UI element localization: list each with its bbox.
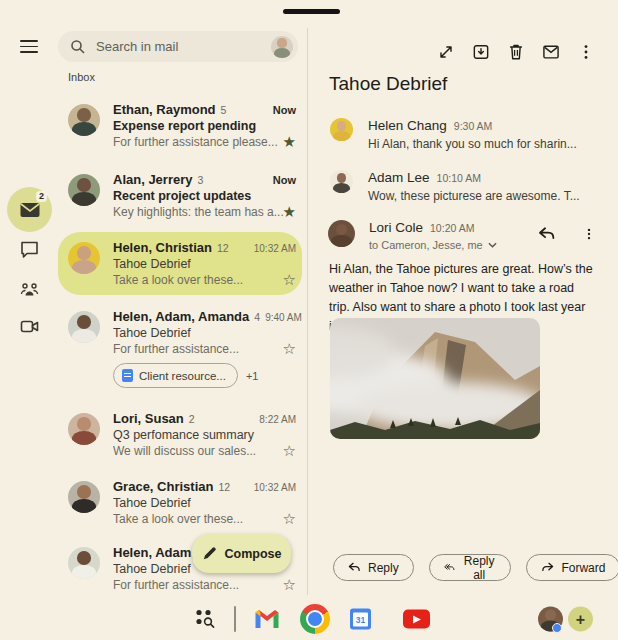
menu-bar: [20, 40, 38, 42]
more-options-icon[interactable]: [576, 42, 596, 62]
reply-all-button[interactable]: Reply all: [429, 554, 512, 581]
chat-icon[interactable]: [20, 240, 39, 259]
star-button[interactable]: ★: [283, 135, 296, 149]
window-drag-handle[interactable]: [283, 9, 340, 14]
gmail-two-pane-app: 2 Search in mail Inbox Ethan, Raymond5No…: [0, 0, 618, 640]
compose-button[interactable]: Compose: [192, 534, 291, 573]
attachment-more-count: +1: [246, 370, 259, 382]
spaces-icon[interactable]: [20, 280, 39, 299]
email-senders: Grace, Christian: [113, 479, 213, 494]
email-snippet: Take a look over these...: [113, 512, 243, 526]
sender-avatar: [328, 220, 355, 247]
email-time: Now: [273, 174, 296, 186]
recipients-text: to Cameron, Jesse, me: [369, 239, 483, 251]
email-time: 10:32 AM: [254, 243, 296, 254]
compose-label: Compose: [225, 547, 282, 561]
search-icon: [70, 39, 86, 55]
chrome-app-icon[interactable]: [300, 604, 330, 634]
search-bar[interactable]: Search in mail: [58, 31, 298, 62]
email-count: 5: [221, 104, 227, 116]
message-time: 9:30 AM: [454, 120, 493, 132]
email-subject: Tahoe Debrief: [113, 326, 296, 340]
reply-icon[interactable]: [538, 227, 556, 241]
email-subject: Q3 perfomance summary: [113, 428, 296, 442]
pane-divider: [307, 28, 308, 595]
sender-avatar: [330, 170, 353, 193]
star-button[interactable]: ☆: [283, 342, 296, 356]
sender-avatar: [68, 174, 100, 206]
reply-icon: [348, 562, 361, 573]
app-search-icon[interactable]: [194, 608, 217, 631]
sender-avatar: [68, 104, 100, 136]
email-count: 12: [217, 242, 229, 254]
reply-button[interactable]: Reply: [333, 554, 414, 581]
youtube-app-icon[interactable]: [403, 610, 430, 629]
delete-icon[interactable]: [506, 42, 526, 62]
meet-icon[interactable]: [20, 317, 39, 336]
account-avatar[interactable]: [271, 36, 293, 58]
email-subject: Tahoe Debrief: [113, 257, 296, 271]
email-time: 10:32 AM: [254, 482, 296, 493]
forward-button[interactable]: Forward: [526, 554, 618, 581]
star-button[interactable]: ☆: [283, 512, 296, 526]
email-subject: Tahoe Debrief: [113, 496, 296, 510]
email-subject: Expense report pending: [113, 119, 296, 133]
sender-avatar: [330, 118, 353, 141]
avatar-status-dot: [552, 623, 562, 633]
email-list-item[interactable]: Lori, Susan28:22 AM Q3 perfomance summar…: [58, 403, 302, 466]
archive-icon[interactable]: [471, 42, 491, 62]
pencil-icon: [202, 546, 217, 561]
email-list-item-selected[interactable]: Helen, Christian1210:32 AM Tahoe Debrief…: [58, 232, 302, 295]
star-button[interactable]: ★: [283, 205, 296, 219]
rail-mail-tab[interactable]: 2: [7, 187, 52, 232]
menu-bar: [20, 51, 38, 53]
calendar-app-icon[interactable]: 31: [350, 609, 371, 630]
inbox-section-label: Inbox: [68, 71, 95, 83]
message-snippet: Hi Alan, thank you so much for sharin...: [368, 137, 577, 151]
taskbar-divider: [234, 606, 236, 632]
menu-button[interactable]: [20, 40, 38, 53]
star-button[interactable]: ☆: [283, 578, 296, 592]
calendar-day: 31: [353, 612, 368, 626]
star-button[interactable]: ☆: [283, 444, 296, 458]
email-snippet: Take a look over these...: [113, 273, 243, 287]
reply-all-icon: [444, 562, 455, 573]
thread-actions: [436, 42, 596, 62]
reply-label: Reply: [368, 561, 399, 575]
email-time: 8:22 AM: [259, 414, 296, 425]
email-snippet: Key highlights: the team has a...: [113, 205, 283, 219]
attachment-name: Client resource...: [139, 370, 226, 382]
email-list-item[interactable]: Ethan, Raymond5Now Expense report pendin…: [58, 94, 302, 157]
attachment-chip[interactable]: Client resource...: [113, 363, 238, 388]
mail-icon: [20, 202, 40, 218]
mark-unread-icon[interactable]: [541, 42, 561, 62]
attachment-photo[interactable]: [330, 318, 540, 439]
recipients-row[interactable]: to Cameron, Jesse, me: [369, 239, 497, 251]
sender-avatar: [68, 311, 100, 343]
email-count: 12: [218, 481, 230, 493]
email-subject: Recent project updates: [113, 189, 296, 203]
message-snippet: Wow, these picturese are awesome. T...: [368, 189, 580, 203]
thread-message-collapsed[interactable]: Adam Lee10:10 AM Wow, these picturese ar…: [330, 170, 580, 203]
message-sender: Lori Cole: [369, 220, 423, 235]
email-list-item[interactable]: Grace, Christian1210:32 AM Tahoe Debrief…: [58, 471, 302, 534]
email-count: 3: [198, 174, 204, 186]
taskbar-plus-button[interactable]: +: [568, 607, 593, 632]
email-senders: Helen, Christian: [113, 240, 212, 255]
thread-message-collapsed[interactable]: Helen Chang9:30 AM Hi Alan, thank you so…: [330, 118, 577, 151]
gmail-app-icon[interactable]: [254, 609, 280, 629]
email-senders: Lori, Susan: [113, 411, 184, 426]
menu-bar: [20, 46, 38, 48]
open-in-full-icon[interactable]: [436, 42, 456, 62]
email-snippet: For further assistance...: [113, 342, 239, 356]
sender-avatar: [68, 547, 100, 579]
thread-title: Tahoe Debrief: [329, 73, 447, 95]
email-list-item[interactable]: Alan, Jerrery3Now Recent project updates…: [58, 164, 302, 227]
email-snippet: For further assistance please...: [113, 135, 278, 149]
thread-footer: Reply Reply all Forward: [333, 554, 618, 581]
more-options-icon[interactable]: [582, 226, 596, 242]
google-doc-icon: [122, 369, 133, 382]
email-list-item[interactable]: Helen, Adam, Amanda49:40 AM Tahoe Debrie…: [58, 301, 302, 396]
star-button[interactable]: ☆: [283, 273, 296, 287]
email-senders: Ethan, Raymond: [113, 102, 216, 117]
